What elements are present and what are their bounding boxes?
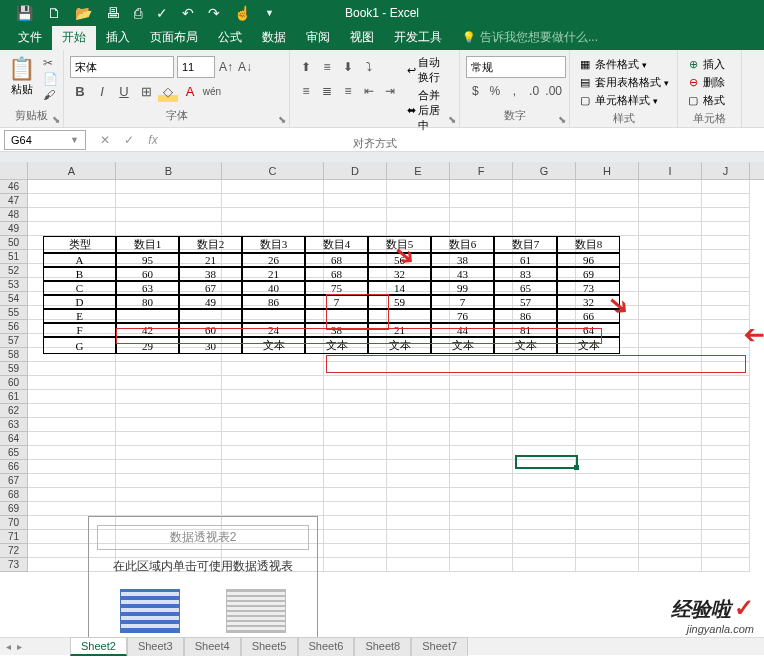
sheet-tab-Sheet6[interactable]: Sheet6 bbox=[298, 637, 355, 656]
table-cell[interactable]: 60 bbox=[179, 323, 242, 337]
table-cell[interactable]: 86 bbox=[242, 295, 305, 309]
tab-data[interactable]: 数据 bbox=[252, 25, 296, 50]
table-cell[interactable]: 68 bbox=[305, 253, 368, 267]
table-cell[interactable]: 26 bbox=[242, 253, 305, 267]
dec-decimal-icon[interactable]: .00 bbox=[544, 80, 563, 102]
align-middle-icon[interactable]: ≡ bbox=[317, 56, 337, 78]
accounting-icon[interactable]: $ bbox=[466, 80, 485, 102]
table-cell[interactable]: 21 bbox=[368, 323, 431, 337]
row-header-71[interactable]: 71 bbox=[0, 530, 28, 544]
inc-decimal-icon[interactable]: .0 bbox=[525, 80, 544, 102]
comma-icon[interactable]: , bbox=[505, 80, 524, 102]
table-cell[interactable]: 95 bbox=[116, 253, 179, 267]
preview-icon[interactable]: ⎙ bbox=[134, 5, 142, 21]
table-header[interactable]: 数目5 bbox=[368, 236, 431, 253]
table-cell[interactable] bbox=[179, 309, 242, 323]
touch-icon[interactable]: ☝ bbox=[234, 5, 251, 21]
quickprint-icon[interactable]: 🖶 bbox=[106, 5, 120, 21]
col-header-B[interactable]: B bbox=[116, 162, 222, 179]
customize-dropdown-icon[interactable]: ▼ bbox=[265, 8, 274, 18]
percent-icon[interactable]: % bbox=[486, 80, 505, 102]
table-cell[interactable]: 30 bbox=[179, 337, 242, 354]
align-center-icon[interactable]: ≣ bbox=[317, 80, 337, 102]
sheet-tab-Sheet2[interactable]: Sheet2 bbox=[70, 637, 127, 656]
tell-me-search[interactable]: 告诉我您想要做什么... bbox=[452, 25, 608, 50]
tab-file[interactable]: 文件 bbox=[8, 25, 52, 50]
table-cell[interactable]: 文本 bbox=[242, 337, 305, 354]
paste-button[interactable]: 📋 粘贴 bbox=[6, 54, 37, 106]
col-header-F[interactable]: F bbox=[450, 162, 513, 179]
table-cell[interactable]: F bbox=[43, 323, 116, 337]
fill-color-icon[interactable]: ◇ bbox=[158, 80, 178, 102]
table-header[interactable]: 类型 bbox=[43, 236, 116, 253]
format-table-button[interactable]: ▤套用表格格式▾ bbox=[576, 74, 671, 91]
table-header[interactable]: 数目6 bbox=[431, 236, 494, 253]
border-icon[interactable]: ⊞ bbox=[136, 80, 156, 102]
table-cell[interactable]: 32 bbox=[557, 295, 620, 309]
delete-cells-button[interactable]: ⊖删除 bbox=[684, 74, 735, 91]
table-cell[interactable]: 文本 bbox=[431, 337, 494, 354]
grow-font-icon[interactable]: A↑ bbox=[218, 56, 234, 78]
row-header-60[interactable]: 60 bbox=[0, 376, 28, 390]
table-cell[interactable]: 42 bbox=[116, 323, 179, 337]
pivot-table-placeholder[interactable]: 数据透视表2 在此区域内单击可使用数据透视表 bbox=[88, 516, 318, 642]
table-cell[interactable]: 68 bbox=[305, 267, 368, 281]
table-cell[interactable] bbox=[242, 309, 305, 323]
cell-styles-button[interactable]: ▢单元格样式▾ bbox=[576, 92, 671, 109]
table-cell[interactable]: 21 bbox=[179, 253, 242, 267]
table-cell[interactable]: 文本 bbox=[494, 337, 557, 354]
row-header-56[interactable]: 56 bbox=[0, 320, 28, 334]
merge-center-button[interactable]: ⬌合并后居中 bbox=[403, 87, 453, 134]
new-icon[interactable]: 🗋 bbox=[47, 5, 61, 21]
tab-pagelayout[interactable]: 页面布局 bbox=[140, 25, 208, 50]
save-icon[interactable]: 💾 bbox=[16, 5, 33, 21]
table-cell[interactable]: 65 bbox=[494, 281, 557, 295]
table-cell[interactable]: 38 bbox=[305, 323, 368, 337]
table-cell[interactable]: 56 bbox=[368, 253, 431, 267]
undo-icon[interactable]: ↶ bbox=[182, 5, 194, 21]
row-header-66[interactable]: 66 bbox=[0, 460, 28, 474]
row-header-68[interactable]: 68 bbox=[0, 488, 28, 502]
spell-icon[interactable]: ✓ bbox=[156, 5, 168, 21]
table-cell[interactable]: 96 bbox=[557, 253, 620, 267]
tab-view[interactable]: 视图 bbox=[340, 25, 384, 50]
table-cell[interactable]: 32 bbox=[368, 267, 431, 281]
formula-input[interactable] bbox=[168, 130, 764, 150]
table-cell[interactable]: D bbox=[43, 295, 116, 309]
table-cell[interactable] bbox=[305, 309, 368, 323]
alignment-dialog-launcher[interactable]: ⬊ bbox=[448, 114, 456, 125]
table-cell[interactable]: 83 bbox=[494, 267, 557, 281]
number-dialog-launcher[interactable]: ⬊ bbox=[558, 114, 566, 125]
table-cell[interactable]: 60 bbox=[116, 267, 179, 281]
table-cell[interactable]: 文本 bbox=[305, 337, 368, 354]
table-header[interactable]: 数目3 bbox=[242, 236, 305, 253]
table-cell[interactable]: 73 bbox=[557, 281, 620, 295]
fx-icon[interactable]: fx bbox=[142, 133, 164, 147]
orientation-icon[interactable]: ⤵ bbox=[359, 56, 379, 78]
table-cell[interactable] bbox=[368, 309, 431, 323]
table-cell[interactable]: 文本 bbox=[557, 337, 620, 354]
table-cell[interactable]: 61 bbox=[494, 253, 557, 267]
align-left-icon[interactable]: ≡ bbox=[296, 80, 316, 102]
row-header-61[interactable]: 61 bbox=[0, 390, 28, 404]
table-cell[interactable]: 81 bbox=[494, 323, 557, 337]
table-cell[interactable]: 44 bbox=[431, 323, 494, 337]
row-header-59[interactable]: 59 bbox=[0, 362, 28, 376]
name-box[interactable]: G64 ▼ bbox=[4, 130, 86, 150]
table-cell[interactable]: 24 bbox=[242, 323, 305, 337]
enter-formula-icon[interactable]: ✓ bbox=[118, 133, 140, 147]
insert-cells-button[interactable]: ⊕插入 bbox=[684, 56, 735, 73]
table-cell[interactable]: 64 bbox=[557, 323, 620, 337]
table-cell[interactable]: 66 bbox=[557, 309, 620, 323]
table-cell[interactable]: B bbox=[43, 267, 116, 281]
italic-button[interactable]: I bbox=[92, 80, 112, 102]
sheet-nav-last-icon[interactable]: ▸ bbox=[17, 641, 22, 652]
row-header-46[interactable]: 46 bbox=[0, 180, 28, 194]
table-header[interactable]: 数目7 bbox=[494, 236, 557, 253]
table-header[interactable]: 数目1 bbox=[116, 236, 179, 253]
row-header-57[interactable]: 57 bbox=[0, 334, 28, 348]
table-cell[interactable]: G bbox=[43, 337, 116, 354]
cancel-formula-icon[interactable]: ✕ bbox=[94, 133, 116, 147]
redo-icon[interactable]: ↷ bbox=[208, 5, 220, 21]
table-cell[interactable]: 29 bbox=[116, 337, 179, 354]
